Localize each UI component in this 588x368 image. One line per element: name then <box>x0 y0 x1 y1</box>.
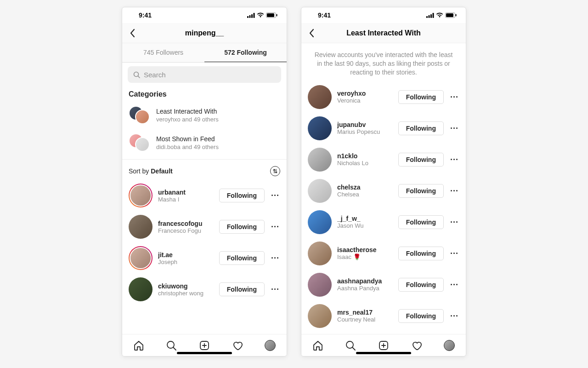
back-button[interactable] <box>307 29 316 38</box>
category-avatars <box>129 106 150 124</box>
tab-following[interactable]: 572 Following <box>204 43 287 62</box>
search-placeholder: Search <box>144 71 166 79</box>
avatar[interactable] <box>308 148 332 172</box>
more-options-icon[interactable]: ··· <box>449 126 459 131</box>
category-subtitle: veroyhxo and 49 others <box>156 116 219 123</box>
category-most-shown[interactable]: Most Shown in Feed didi.boba and 49 othe… <box>122 129 287 156</box>
more-options-icon[interactable]: ··· <box>449 282 459 287</box>
following-button[interactable]: Following <box>398 184 444 198</box>
tab-followers[interactable]: 745 Followers <box>122 43 204 62</box>
svg-rect-2 <box>251 14 253 18</box>
display-name: Aashna Pandya <box>337 285 393 292</box>
battery-icon <box>445 12 457 18</box>
user-info: chelszaChelsea <box>337 184 393 198</box>
avatar[interactable] <box>308 242 332 265</box>
header: Least Interacted With <box>301 23 466 43</box>
avatar[interactable] <box>308 85 332 109</box>
user-info: francescofoguFrancesco Fogu <box>158 220 214 234</box>
user-row[interactable]: jit.aeJosephFollowing··· <box>122 242 287 274</box>
username: chelsza <box>337 184 393 191</box>
more-options-icon[interactable]: ··· <box>449 157 459 162</box>
user-row[interactable]: jupanubvMarius PopescuFollowing··· <box>301 113 466 144</box>
back-button[interactable] <box>128 29 137 38</box>
nav-search[interactable] <box>165 339 177 351</box>
user-row[interactable]: chelszaChelseaFollowing··· <box>301 175 466 207</box>
category-least-interacted[interactable]: Least Interacted With veroyhxo and 49 ot… <box>122 101 287 129</box>
user-row[interactable]: ckiuwongchristopher wongFollowing··· <box>122 274 287 305</box>
sort-row[interactable]: Sort by Default <box>122 160 287 180</box>
user-row[interactable]: isaactheroseIsaac 🌹Following··· <box>301 238 466 269</box>
more-options-icon[interactable]: ··· <box>449 251 459 256</box>
user-row[interactable]: veroyhxoVeronicaFollowing··· <box>301 81 466 113</box>
user-row[interactable]: mrs_neal17Courtney NealFollowing··· <box>301 300 466 332</box>
following-button[interactable]: Following <box>398 309 444 323</box>
user-row[interactable]: _j_f_w_Jason WuFollowing··· <box>301 207 466 238</box>
svg-rect-20 <box>456 14 457 17</box>
more-options-icon[interactable]: ··· <box>449 220 459 224</box>
following-button[interactable]: Following <box>398 278 444 292</box>
svg-rect-14 <box>426 16 428 18</box>
least-interacted-list: veroyhxoVeronicaFollowing···jupanubvMari… <box>301 81 466 334</box>
avatar[interactable] <box>308 116 332 140</box>
nav-activity[interactable] <box>232 339 243 351</box>
following-button[interactable]: Following <box>219 282 265 296</box>
nav-new-post[interactable] <box>378 339 390 351</box>
user-row[interactable]: urbanantMasha IFollowing··· <box>122 180 287 211</box>
following-button[interactable]: Following <box>219 189 265 202</box>
user-row[interactable]: n1ckloNicholas LoFollowing··· <box>301 144 466 175</box>
username: veroyhxo <box>337 90 393 97</box>
following-button[interactable]: Following <box>398 121 444 135</box>
username: _j_f_w_ <box>337 215 393 222</box>
following-button[interactable]: Following <box>398 247 444 260</box>
more-options-icon[interactable]: ··· <box>449 189 459 193</box>
svg-rect-0 <box>247 16 249 18</box>
more-options-icon[interactable]: ··· <box>270 287 280 292</box>
user-info: urbanantMasha I <box>158 189 214 203</box>
following-button[interactable]: Following <box>398 90 444 104</box>
search-input[interactable]: Search <box>128 66 281 83</box>
display-name: Joseph <box>158 259 214 265</box>
nav-activity[interactable] <box>411 339 423 351</box>
nav-home[interactable] <box>312 339 324 351</box>
nav-new-post[interactable] <box>198 339 210 351</box>
signal-icon <box>426 13 434 18</box>
tabs: 745 Followers 572 Following <box>122 43 287 63</box>
avatar[interactable] <box>308 179 332 203</box>
status-time: 9:41 <box>318 12 331 19</box>
avatar[interactable] <box>129 184 153 207</box>
svg-rect-1 <box>249 15 251 18</box>
following-button[interactable]: Following <box>398 215 444 229</box>
wifi-icon <box>436 12 443 18</box>
avatar[interactable] <box>129 215 153 239</box>
avatar[interactable] <box>308 273 332 297</box>
more-options-icon[interactable]: ··· <box>270 256 280 260</box>
nav-search[interactable] <box>345 339 356 351</box>
following-button[interactable]: Following <box>219 251 265 265</box>
username: isaactherose <box>337 246 393 253</box>
more-options-icon[interactable]: ··· <box>270 193 280 198</box>
username: aashnapandya <box>337 277 393 285</box>
more-options-icon[interactable]: ··· <box>270 224 280 229</box>
status-time: 9:41 <box>139 12 152 19</box>
nav-home[interactable] <box>133 339 145 351</box>
following-list: urbanantMasha IFollowing···francescofogu… <box>122 180 287 334</box>
more-options-icon[interactable]: ··· <box>449 95 459 99</box>
avatar[interactable] <box>308 304 332 328</box>
nav-profile[interactable] <box>443 339 455 351</box>
user-info: aashnapandyaAashna Pandya <box>337 277 393 292</box>
svg-rect-16 <box>430 14 432 18</box>
user-row[interactable]: aashnapandyaAashna PandyaFollowing··· <box>301 269 466 300</box>
avatar[interactable] <box>129 277 153 301</box>
avatar[interactable] <box>308 210 332 234</box>
phone-least-interacted-screen: 9:41 Least Interacted With Review accoun… <box>301 7 466 356</box>
svg-rect-15 <box>429 15 430 18</box>
following-button[interactable]: Following <box>398 153 444 167</box>
nav-profile[interactable] <box>264 339 276 351</box>
svg-rect-3 <box>254 13 255 18</box>
more-options-icon[interactable]: ··· <box>449 314 459 318</box>
following-button[interactable]: Following <box>219 220 265 234</box>
svg-rect-5 <box>267 13 274 17</box>
sort-icon[interactable] <box>270 166 280 176</box>
user-row[interactable]: francescofoguFrancesco FoguFollowing··· <box>122 211 287 242</box>
avatar[interactable] <box>129 246 153 270</box>
